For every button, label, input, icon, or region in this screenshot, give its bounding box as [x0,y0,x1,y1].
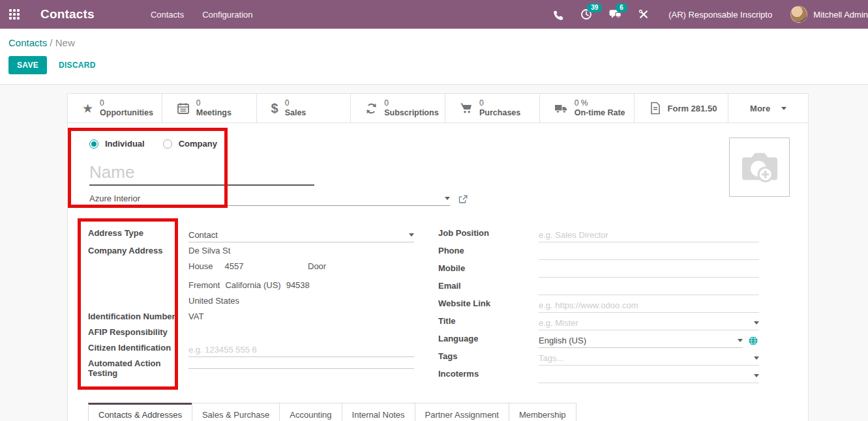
radio-individual-label[interactable]: Individual [105,139,145,149]
website-input[interactable] [539,300,759,310]
contact-form: Individual Company Azure Interior [68,123,808,421]
title-input[interactable] [539,318,750,328]
tags-select[interactable] [539,351,759,366]
external-link-icon[interactable] [458,195,468,204]
tags-input[interactable] [539,353,750,363]
user-menu[interactable]: Mitchell Admin [790,6,868,23]
stat-button-opportunities[interactable]: ★ 0Opportunities [68,94,162,123]
field-row-email: Email [438,280,759,295]
messages-chat-icon[interactable]: 6 [608,8,621,21]
stat-button-more[interactable]: More [728,94,808,123]
debug-tools-icon[interactable] [637,8,650,21]
tab-internal-notes[interactable]: Internal Notes [342,403,415,421]
email-input[interactable] [539,283,759,293]
stat-button-sales[interactable]: $ 0Sales [257,94,352,123]
company-selector[interactable]: (AR) Responsable Inscripto [668,10,772,20]
menu-contacts[interactable]: Contacts [151,10,184,20]
parent-company-field[interactable]: Azure Interior [89,191,450,206]
name-input[interactable] [89,160,314,186]
control-panel: Contacts / New SAVE DISCARD [0,29,868,85]
field-row-country: United States [88,295,414,310]
menu-configuration[interactable]: Configuration [202,10,252,20]
activities-clock-icon[interactable]: 39 [580,8,593,21]
discard-button[interactable]: DISCARD [59,61,96,70]
company-address-label: Company Address [88,244,188,255]
zip-field[interactable]: 94538 [286,280,310,290]
tab-contacts-addresses[interactable]: Contacts & Addresses [88,403,192,421]
star-icon: ★ [82,102,93,115]
email-label: Email [438,280,539,291]
incoterms-label: Incoterms [438,368,539,379]
breadcrumb-contacts-link[interactable]: Contacts [8,37,47,48]
citizen-identification-input[interactable] [188,345,414,355]
citizen-identification-label: Citizen Identification [88,341,188,353]
address-type-select[interactable]: Contact [188,228,414,242]
mobile-label: Mobile [438,262,539,273]
apps-grid-icon [9,9,20,20]
document-icon [649,102,661,115]
caret-down-icon [738,339,743,342]
left-field-column: Address Type Contact Company Address De … [88,227,414,378]
tab-partner-assignment[interactable]: Partner Assignment [415,403,509,421]
parent-company-value: Azure Interior [89,194,445,203]
truck-icon [554,102,568,115]
field-row-incoterms: Incoterms [438,368,759,383]
activities-count-badge: 39 [587,3,602,12]
street-field[interactable]: De Silva St [188,246,230,255]
field-row-citizen-identification: Citizen Identification [88,341,414,357]
caret-down-icon [781,107,786,110]
state-field[interactable]: California (US) [225,280,280,290]
stat-button-meetings[interactable]: 0Meetings [162,94,257,123]
stat-button-purchases[interactable]: 0Purchases [445,94,540,123]
incoterms-select[interactable] [539,369,759,383]
field-row-tags: Tags [438,350,759,366]
job-position-label: Job Position [438,227,539,238]
field-row-job-position: Job Position [438,227,759,242]
phone-input[interactable] [539,248,759,257]
radio-company[interactable] [163,139,172,149]
stat-button-ontime-rate[interactable]: 0 %On-time Rate [540,94,635,123]
mobile-input[interactable] [539,265,759,275]
form-sheet: ★ 0Opportunities 0Meetings $ 0Sales 0Sub… [67,93,809,421]
language-select[interactable]: English (US) [539,334,743,348]
house-number-field[interactable]: 4557 [225,261,244,271]
field-row-mobile: Mobile [438,262,759,278]
user-avatar [790,6,807,23]
job-position-input[interactable] [539,230,759,240]
field-row-title: Title [438,315,759,330]
refresh-icon [365,102,378,115]
dollar-icon: $ [271,102,278,115]
breadcrumb-current: New [55,37,75,48]
city-field[interactable]: Fremont [188,280,220,290]
stat-button-form-281-50[interactable]: Form 281.50 [635,94,729,123]
title-select[interactable] [539,316,759,330]
address-type-label: Address Type [88,227,188,238]
field-row-afip-responsibility: AFIP Responsibility [88,326,414,341]
globe-icon[interactable] [749,336,758,345]
photo-upload-box[interactable] [729,138,790,197]
title-label: Title [438,315,539,326]
country-field[interactable]: United States [188,296,239,306]
calendar-icon [177,102,190,115]
save-button[interactable]: SAVE [8,56,47,74]
app-title: Contacts [40,7,95,22]
tab-accounting[interactable]: Accounting [279,403,342,421]
radio-company-label[interactable]: Company [179,139,217,149]
right-field-column: Job Position Phone Mobile Email Website … [438,227,759,385]
field-row-identification-number: Identification Number VAT [88,310,414,326]
apps-menu-button[interactable] [0,0,29,29]
identification-type-field[interactable]: VAT [188,312,414,321]
language-label: Language [438,332,539,343]
automated-action-testing-input[interactable] [188,358,414,368]
stat-button-subscriptions[interactable]: 0Subscriptions [351,94,445,123]
field-row-website: Website Link [438,297,759,313]
radio-individual[interactable] [89,139,98,149]
voip-phone-icon[interactable] [551,8,564,21]
tab-membership[interactable]: Membership [509,403,576,421]
top-navbar: Contacts Contacts Configuration 39 6 (AR… [0,0,868,29]
website-link-label: Website Link [438,297,539,308]
tags-label: Tags [438,350,539,361]
automated-action-testing-label: Automated Action Testing [88,357,188,378]
tab-sales-purchase[interactable]: Sales & Purchase [192,403,280,421]
caret-down-icon [445,197,450,200]
